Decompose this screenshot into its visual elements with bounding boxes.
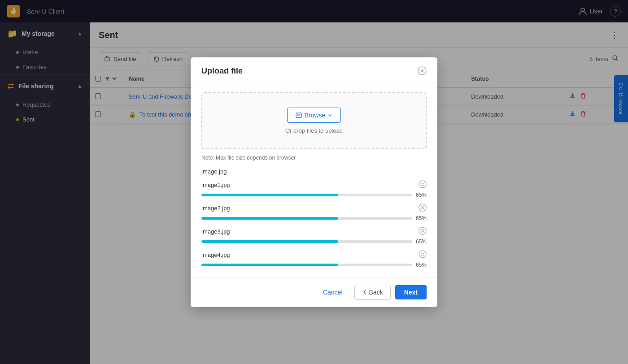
file-item: image2.jpg 65% <box>201 204 427 221</box>
file-item: image1.jpg 65% <box>201 180 427 198</box>
progress-percent: 65% <box>416 192 427 198</box>
progress-bar-fill <box>201 217 338 220</box>
file-item: image.jpg <box>201 168 427 175</box>
modal-header: Upload file <box>191 57 437 83</box>
modal-title: Upload file <box>201 66 243 76</box>
progress-percent: 65% <box>416 262 427 268</box>
file-remove-button[interactable] <box>419 204 427 213</box>
file-item-name: image1.jpg <box>201 182 230 188</box>
file-item-name: image3.jpg <box>201 228 230 235</box>
progress-bar-fill <box>201 264 338 266</box>
modal-footer: Cancel Back Next <box>191 277 437 307</box>
progress-bar-bg <box>201 217 412 220</box>
upload-file-modal: Upload file Browse Or drop files to uplo… <box>191 57 437 307</box>
browse-icon <box>296 112 302 118</box>
drop-text: Or drop files to upload <box>285 127 343 134</box>
progress-bar-bg <box>201 194 412 196</box>
progress-bar-bg <box>201 264 412 266</box>
file-remove-button[interactable] <box>419 227 427 237</box>
file-remove-button[interactable] <box>419 180 427 190</box>
file-item-name: image2.jpg <box>201 205 230 212</box>
progress-bar-fill <box>201 240 338 243</box>
file-item-name: image.jpg <box>201 168 227 175</box>
file-item: image3.jpg 65% <box>201 227 427 245</box>
progress-bar-fill <box>201 194 338 196</box>
file-list: image.jpg image1.jpg 65% image2.jpg <box>201 168 427 268</box>
progress-percent: 65% <box>416 238 427 245</box>
cancel-button[interactable]: Cancel <box>316 285 350 299</box>
progress-bar-bg <box>201 240 412 243</box>
file-remove-button[interactable] <box>419 250 427 260</box>
file-item-name: image4.jpg <box>201 251 230 258</box>
svg-rect-4 <box>296 113 301 117</box>
back-chevron-icon <box>362 290 367 295</box>
modal-close-button[interactable] <box>418 66 427 75</box>
drop-zone[interactable]: Browse Or drop files to upload <box>201 92 427 149</box>
back-button[interactable]: Back <box>354 285 391 300</box>
browse-button[interactable]: Browse <box>287 108 341 123</box>
modal-overlay: Upload file Browse Or drop files to uplo… <box>0 0 628 364</box>
upload-note: Note: Max file size depends on browser <box>201 155 427 161</box>
chevron-down-icon <box>328 113 332 117</box>
next-button[interactable]: Next <box>395 285 427 299</box>
modal-body: Browse Or drop files to upload Note: Max… <box>191 83 437 277</box>
file-item: image4.jpg 65% <box>201 250 427 268</box>
progress-percent: 65% <box>416 215 427 221</box>
